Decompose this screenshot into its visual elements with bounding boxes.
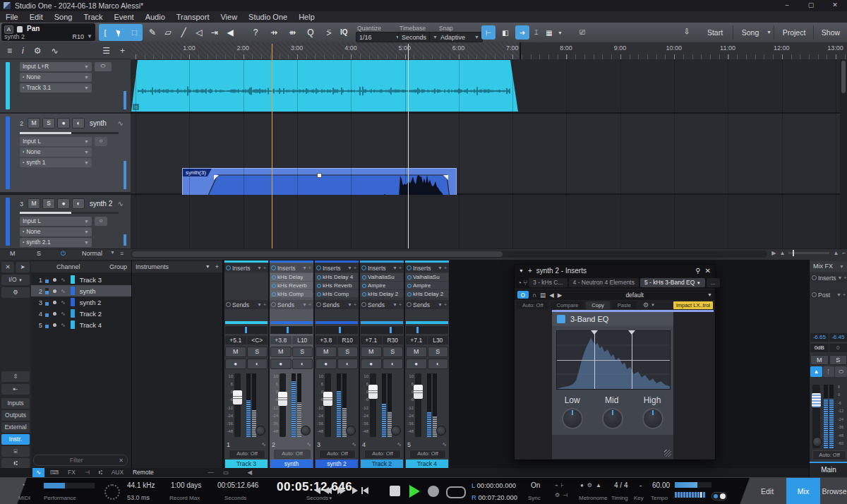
strip-name[interactable]: Track 3: [225, 460, 268, 468]
chevron-down-icon[interactable]: [257, 302, 262, 307]
solo-button[interactable]: S: [42, 198, 55, 209]
paste-button[interactable]: Paste: [612, 301, 637, 309]
record-button[interactable]: [428, 486, 439, 497]
clip-gain-handle[interactable]: [317, 173, 322, 178]
detach-console-icon[interactable]: [16, 262, 30, 272]
volume-fader[interactable]: [325, 373, 331, 437]
gain-value[interactable]: +5.1: [225, 336, 246, 344]
pan-value[interactable]: <C>: [247, 336, 268, 344]
chevron-down-icon[interactable]: [767, 30, 771, 35]
lane-options-icon[interactable]: [120, 250, 124, 257]
track-name[interactable]: synth 2: [90, 200, 112, 208]
mute-button[interactable]: M: [28, 118, 40, 128]
pan-value[interactable]: L30: [428, 336, 449, 344]
minimize-button[interactable]: [775, 0, 799, 11]
sends-section-header[interactable]: Sends: [405, 300, 449, 309]
sends-section-header[interactable]: Sends: [315, 300, 359, 309]
cue-mix-knob[interactable]: [346, 426, 356, 436]
automation-mode-button[interactable]: Auto: Off: [409, 450, 446, 459]
help-cursor-button[interactable]: ?: [248, 25, 263, 40]
mute-button[interactable]: M: [225, 347, 246, 357]
plugin-tab-4[interactable]: 4 - Neutron 4 Elements: [569, 278, 639, 287]
key-value[interactable]: -: [639, 481, 642, 489]
menu-item[interactable]: Studio One: [243, 11, 293, 23]
video-follow-icon[interactable]: [575, 25, 589, 40]
chevron-down-icon[interactable]: [347, 302, 352, 307]
pan-value[interactable]: R30: [383, 336, 404, 344]
sends-power-icon[interactable]: [271, 302, 276, 307]
master-solo-button[interactable]: S: [37, 250, 41, 257]
chevron-down-icon[interactable]: [87, 33, 92, 40]
insert-slot[interactable]: kHs Reverb: [316, 282, 358, 289]
clip-gain-badge[interactable]: [133, 104, 139, 110]
start-page-button[interactable]: Start: [699, 23, 731, 42]
pan-slider[interactable]: [406, 326, 448, 334]
mixer-channel-strip[interactable]: Inserts kHs Delay 4 kHs Reverb kHs Comp …: [315, 260, 359, 468]
split-handle-icon[interactable]: [628, 330, 635, 338]
channel-color-bar[interactable]: [71, 309, 75, 318]
automation-mode-button[interactable]: Auto: Off: [274, 450, 311, 459]
add-send-icon[interactable]: [354, 302, 356, 307]
fast-rewind-button[interactable]: [323, 487, 332, 496]
record-dot-icon[interactable]: [53, 278, 56, 282]
pin-icon[interactable]: [695, 267, 700, 275]
high-gain-knob[interactable]: [642, 408, 663, 429]
inserts-power-icon[interactable]: [361, 265, 366, 270]
project-page-button[interactable]: Project: [776, 23, 812, 42]
paint-tool-icon[interactable]: [145, 25, 160, 40]
zoom-increase-icon[interactable]: [833, 250, 839, 256]
track-header-1[interactable]: Input L+R None Track 3.1: [0, 59, 131, 114]
record-arm-button[interactable]: [406, 359, 427, 369]
channel-name[interactable]: Track 2: [80, 310, 102, 318]
pan-slider[interactable]: [270, 326, 313, 334]
preset-select[interactable]: default: [565, 292, 704, 299]
banks-instruments-tab[interactable]: Instr.: [1, 434, 30, 445]
edit-view-button[interactable]: Edit: [750, 478, 785, 504]
gain-value[interactable]: +7.1: [406, 336, 427, 344]
record-arm-button[interactable]: [57, 118, 70, 128]
knob-view-icon[interactable]: [517, 279, 522, 287]
solo-button[interactable]: S: [337, 347, 359, 357]
loop-start-row[interactable]: L 00:00:00.000: [471, 481, 516, 489]
monitor-button[interactable]: [72, 118, 85, 128]
mute-tool-icon[interactable]: [192, 25, 206, 40]
show-page-button[interactable]: Show: [815, 23, 847, 42]
monitor-button[interactable]: [383, 359, 404, 369]
pan-slider[interactable]: [316, 326, 358, 334]
snap-toggle-icon[interactable]: [481, 25, 495, 40]
audio-clip-track3[interactable]: [131, 60, 518, 112]
plugin-tab-more[interactable]: ...: [707, 278, 720, 287]
pan-value[interactable]: R10: [337, 336, 359, 344]
cue-mix-knob[interactable]: [391, 426, 401, 436]
playhead-cursor[interactable]: [272, 44, 272, 248]
input-select[interactable]: Input L: [20, 137, 92, 146]
plugin-window[interactable]: synth 2 - Inserts 3 - kHs C... 4 - Neutr…: [514, 264, 716, 460]
volume-fader[interactable]: [234, 373, 241, 437]
inserts-power-icon[interactable]: [226, 265, 231, 270]
channel-row[interactable]: 4 Track 2: [31, 308, 131, 319]
volume-fader[interactable]: [370, 373, 376, 437]
chevron-down-icon[interactable]: [707, 292, 712, 297]
meter-mode-icon[interactable]: [259, 373, 266, 379]
bus-channels-tab-icon[interactable]: [81, 468, 93, 477]
menu-item[interactable]: File: [0, 11, 24, 23]
output-select[interactable]: synth 2.1: [20, 238, 92, 247]
strip-name[interactable]: synth: [270, 460, 313, 468]
sends-section-header[interactable]: Sends: [270, 300, 313, 309]
add-insert-icon[interactable]: [263, 265, 266, 270]
sends-section-header[interactable]: Sends: [360, 300, 404, 309]
main-pan-value[interactable]: 0: [829, 344, 847, 352]
volume-fader[interactable]: [415, 373, 421, 437]
eraser-tool-icon[interactable]: [161, 25, 175, 40]
add-insert-icon[interactable]: [444, 265, 447, 270]
strip-name[interactable]: Track 4: [406, 460, 448, 468]
compare-button[interactable]: Compare: [551, 301, 584, 309]
plugin-tab-3[interactable]: 3 - kHs C...: [529, 278, 567, 287]
metronome-label[interactable]: Metronome: [579, 495, 607, 501]
input-select[interactable]: Input L: [20, 217, 92, 226]
record-arm-button[interactable]: [270, 359, 292, 369]
inserts-power-icon[interactable]: [271, 265, 276, 270]
menu-item[interactable]: Edit: [24, 11, 49, 23]
track-overview-icon[interactable]: [102, 46, 110, 56]
mixer-channel-strip[interactable]: Inserts ValhallaSu Ampire kHs Delay 2 Se…: [360, 260, 404, 468]
